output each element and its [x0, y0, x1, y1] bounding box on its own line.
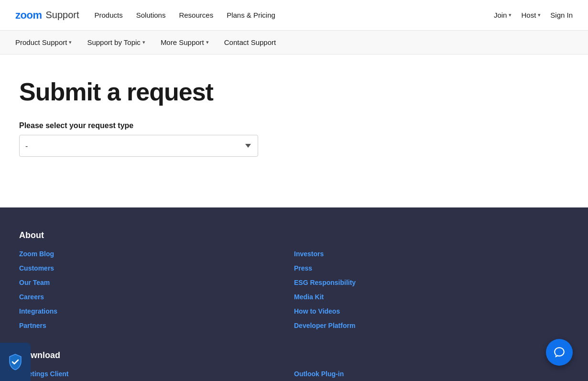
main-content: Submit a request Please select your requ… — [0, 54, 588, 207]
footer-link-outlook-plugin[interactable]: Outlook Plug-in — [294, 370, 569, 378]
footer: About Zoom Blog Customers Our Team Caree… — [0, 207, 588, 381]
footer-about-label: About — [19, 230, 569, 240]
support-by-topic-chevron-icon: ▾ — [142, 39, 145, 45]
footer-link-integrations[interactable]: Integrations — [19, 307, 294, 315]
footer-link-esg[interactable]: ESG Responsibility — [294, 279, 569, 286]
nav-products[interactable]: Products — [95, 11, 123, 19]
secondary-navigation: Product Support ▾ Support by Topic ▾ Mor… — [0, 31, 588, 54]
top-nav-right: Join ▾ Host ▾ Sign In — [494, 11, 573, 19]
nav-solutions[interactable]: Solutions — [136, 11, 166, 19]
footer-link-media-kit[interactable]: Media Kit — [294, 293, 569, 301]
chat-icon — [553, 346, 566, 359]
nav-sign-in[interactable]: Sign In — [550, 11, 573, 19]
nav-product-support[interactable]: Product Support ▾ — [15, 38, 72, 46]
footer-link-partners[interactable]: Partners — [19, 322, 294, 329]
nav-contact-support[interactable]: Contact Support — [224, 38, 276, 46]
top-nav-links: Products Solutions Resources Plans & Pri… — [95, 11, 479, 19]
nav-resources[interactable]: Resources — [179, 11, 213, 19]
product-support-chevron-icon: ▾ — [69, 39, 72, 45]
security-badge[interactable] — [0, 343, 31, 381]
footer-link-our-team[interactable]: Our Team — [19, 279, 294, 286]
footer-download-label: Download — [19, 350, 569, 360]
footer-bottom-col-right: Outlook Plug-in — [294, 370, 569, 381]
nav-host[interactable]: Host ▾ — [521, 11, 541, 19]
join-chevron-icon: ▾ — [509, 12, 512, 18]
footer-link-careers[interactable]: Careers — [19, 293, 294, 301]
footer-link-developer-platform[interactable]: Developer Platform — [294, 322, 569, 329]
chat-button[interactable] — [546, 339, 573, 366]
request-type-select[interactable]: - Technical Support Billing Account Sale… — [19, 135, 258, 157]
zoom-logo: zoom — [15, 9, 42, 22]
host-chevron-icon: ▾ — [538, 12, 541, 18]
shield-icon — [8, 353, 23, 370]
support-label: Support — [45, 10, 79, 21]
footer-col-left: Zoom Blog Customers Our Team Careers Int… — [19, 250, 294, 336]
footer-bottom-columns: Meetings Client Outlook Plug-in — [19, 370, 569, 381]
more-support-chevron-icon: ▾ — [206, 39, 209, 45]
request-type-label: Please select your request type — [19, 121, 569, 130]
footer-bottom-col-left: Meetings Client — [19, 370, 294, 381]
footer-col-right: Investors Press ESG Responsibility Media… — [294, 250, 569, 336]
nav-more-support[interactable]: More Support ▾ — [161, 38, 209, 46]
footer-link-investors[interactable]: Investors — [294, 250, 569, 258]
page-title: Submit a request — [19, 77, 569, 106]
footer-link-meetings-client[interactable]: Meetings Client — [19, 370, 294, 378]
footer-link-how-to-videos[interactable]: How to Videos — [294, 307, 569, 315]
top-navigation: zoom Support Products Solutions Resource… — [0, 0, 588, 31]
footer-link-press[interactable]: Press — [294, 264, 569, 272]
footer-link-customers[interactable]: Customers — [19, 264, 294, 272]
nav-support-by-topic[interactable]: Support by Topic ▾ — [87, 38, 145, 46]
footer-link-zoom-blog[interactable]: Zoom Blog — [19, 250, 294, 258]
nav-join[interactable]: Join ▾ — [494, 11, 512, 19]
footer-columns: Zoom Blog Customers Our Team Careers Int… — [19, 250, 569, 336]
logo[interactable]: zoom Support — [15, 9, 79, 22]
nav-plans-pricing[interactable]: Plans & Pricing — [227, 11, 275, 19]
